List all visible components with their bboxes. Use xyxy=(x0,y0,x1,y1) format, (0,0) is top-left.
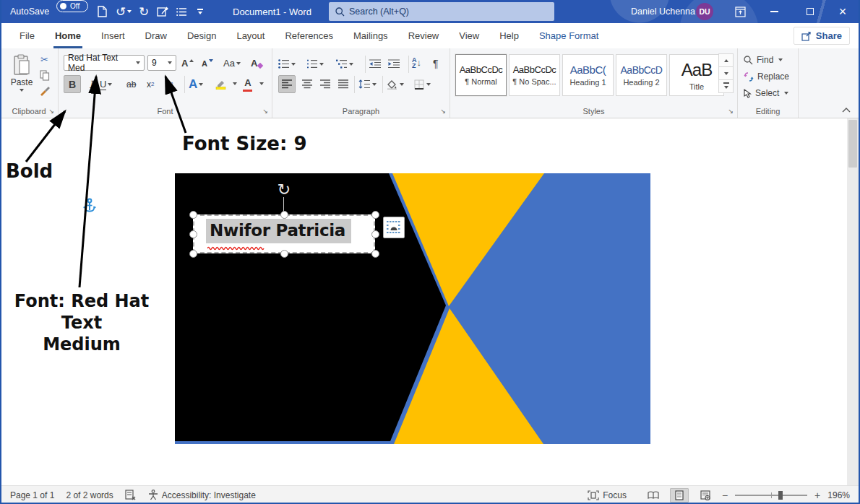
customize-qat-icon[interactable] xyxy=(191,0,210,23)
tab-shape-format[interactable]: Shape Format xyxy=(529,23,609,48)
grow-font-button[interactable]: A xyxy=(181,54,194,72)
proofing-errors-icon[interactable] xyxy=(125,490,137,500)
user-name[interactable]: Daniel Uchenna xyxy=(631,0,695,23)
tab-layout[interactable]: Layout xyxy=(226,23,275,48)
avatar[interactable]: DU xyxy=(696,3,713,20)
tab-help[interactable]: Help xyxy=(489,23,529,48)
strikethrough-button[interactable]: ab xyxy=(126,75,136,93)
maximize-button[interactable] xyxy=(799,0,822,23)
collapse-ribbon-icon[interactable] xyxy=(842,108,851,113)
search-input[interactable]: Search (Alt+Q) xyxy=(329,2,554,21)
font-name-combo[interactable]: Red Hat Text Med xyxy=(64,55,145,71)
resize-handle-w[interactable] xyxy=(189,230,197,238)
clear-formatting-button[interactable]: A xyxy=(251,54,262,72)
borders-button[interactable] xyxy=(414,75,431,93)
align-left-button[interactable] xyxy=(278,75,296,93)
italic-button[interactable]: I xyxy=(85,75,98,93)
style-heading-1[interactable]: AaBbC( Heading 1 xyxy=(562,54,614,96)
styles-scroll-up-icon[interactable] xyxy=(718,53,734,67)
list-icon[interactable] xyxy=(172,0,191,23)
increase-indent-button[interactable] xyxy=(388,55,400,73)
find-button[interactable]: Find xyxy=(744,55,783,65)
align-center-button[interactable] xyxy=(299,75,315,93)
justify-button[interactable] xyxy=(335,75,351,93)
zoom-level[interactable]: 196% xyxy=(827,490,850,500)
align-right-button[interactable] xyxy=(317,75,333,93)
accessibility-status[interactable]: Accessibility: Investigate xyxy=(148,490,256,500)
zoom-out-button[interactable]: − xyxy=(722,490,728,501)
decrease-indent-button[interactable] xyxy=(369,55,382,73)
undo-dropdown-icon[interactable] xyxy=(127,10,132,13)
styles-more-icon[interactable] xyxy=(718,79,734,93)
style-title[interactable]: AaB Title xyxy=(669,54,724,96)
textbox-text[interactable]: Nwifor Patricia xyxy=(206,219,351,243)
paste-button[interactable]: Paste xyxy=(6,54,38,112)
rotate-handle[interactable]: ↻ xyxy=(275,181,293,199)
close-button[interactable]: × xyxy=(831,0,854,23)
save-draft-icon[interactable] xyxy=(153,0,172,23)
zoom-slider[interactable] xyxy=(735,495,807,496)
zoom-slider-thumb[interactable] xyxy=(778,491,783,500)
font-size-combo[interactable]: 9 xyxy=(147,55,176,71)
resize-handle-n[interactable] xyxy=(280,211,288,219)
sort-button[interactable]: AZ ↓ xyxy=(412,53,421,71)
subscript-button[interactable]: x2 xyxy=(147,75,154,93)
font-color-dropdown-icon[interactable] xyxy=(259,82,264,85)
share-button[interactable]: Share xyxy=(794,27,850,45)
minimize-button[interactable] xyxy=(762,0,786,23)
tab-references[interactable]: References xyxy=(275,23,343,48)
resize-handle-nw[interactable] xyxy=(189,211,197,219)
numbering-button[interactable] xyxy=(306,55,324,73)
style-heading-2[interactable]: AaBbCcD Heading 2 xyxy=(616,54,667,96)
vertical-scrollbar[interactable] xyxy=(847,118,859,485)
style-no-spacing[interactable]: AaBbCcDc ¶ No Spac... xyxy=(509,54,560,96)
superscript-button[interactable]: x2 xyxy=(165,75,173,93)
format-painter-icon[interactable] xyxy=(39,86,50,96)
tab-draw[interactable]: Draw xyxy=(135,23,177,48)
multilevel-list-button[interactable] xyxy=(336,55,353,73)
styles-dialog-launcher[interactable]: ↘ xyxy=(728,108,734,115)
text-effects-button[interactable]: A xyxy=(189,75,203,93)
highlight-dropdown-icon[interactable] xyxy=(233,82,237,85)
line-spacing-button[interactable] xyxy=(358,75,377,93)
card-canvas[interactable]: ↻ Nwifor Patricia xyxy=(175,173,650,444)
replace-button[interactable]: Replace xyxy=(744,71,789,82)
highlight-color-button[interactable] xyxy=(212,75,229,93)
autosave-toggle[interactable]: Off xyxy=(56,0,88,12)
tab-review[interactable]: Review xyxy=(398,23,450,48)
print-layout-button[interactable] xyxy=(670,488,689,503)
copy-icon[interactable] xyxy=(40,70,50,81)
underline-button[interactable]: U xyxy=(100,75,112,93)
web-layout-button[interactable] xyxy=(696,488,715,503)
bullets-button[interactable] xyxy=(278,55,296,73)
tab-file[interactable]: File xyxy=(9,23,45,48)
new-document-icon[interactable] xyxy=(93,0,111,23)
tab-view[interactable]: View xyxy=(449,23,489,48)
focus-button[interactable]: Focus xyxy=(588,490,627,500)
pilcrow-button[interactable]: ¶ xyxy=(433,54,439,72)
tab-mailings[interactable]: Mailings xyxy=(343,23,398,48)
paste-dropdown-icon[interactable] xyxy=(20,89,24,92)
paragraph-dialog-launcher[interactable]: ↘ xyxy=(440,108,446,115)
clipboard-dialog-launcher[interactable]: ↘ xyxy=(48,108,54,115)
resize-handle-sw[interactable] xyxy=(189,250,197,258)
resize-handle-s[interactable] xyxy=(280,250,288,258)
bold-button[interactable]: B xyxy=(64,75,81,93)
font-dialog-launcher[interactable]: ↘ xyxy=(262,108,268,115)
ribbon-display-options-icon[interactable] xyxy=(728,0,752,23)
scrollbar-thumb[interactable] xyxy=(848,120,857,168)
resize-handle-se[interactable] xyxy=(371,250,379,258)
styles-scroll-down-icon[interactable] xyxy=(718,66,734,80)
font-color-button[interactable]: A xyxy=(241,75,255,93)
tab-insert[interactable]: Insert xyxy=(91,23,135,48)
change-case-button[interactable]: Aa xyxy=(223,54,241,72)
zoom-in-button[interactable]: + xyxy=(814,490,820,501)
cut-icon[interactable]: ✂ xyxy=(40,54,48,65)
select-button[interactable]: Select xyxy=(744,88,788,98)
tab-design[interactable]: Design xyxy=(177,23,226,48)
word-count[interactable]: 2 of 2 words xyxy=(66,490,113,500)
read-mode-button[interactable] xyxy=(644,488,663,503)
resize-handle-e[interactable] xyxy=(371,230,379,238)
layout-options-button[interactable] xyxy=(383,217,405,238)
tab-home[interactable]: Home xyxy=(45,23,91,48)
